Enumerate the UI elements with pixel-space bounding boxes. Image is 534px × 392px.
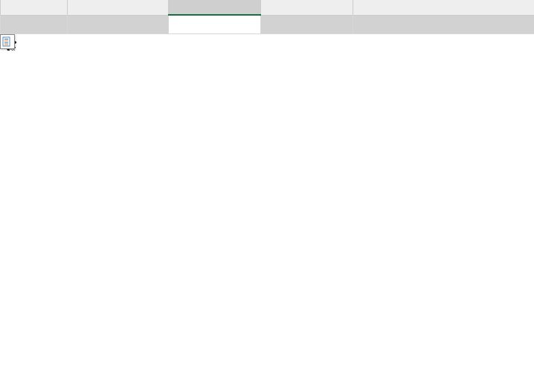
svg-rect-9 [4, 40, 8, 41]
cell[interactable] [68, 15, 169, 33]
cell[interactable] [261, 15, 353, 33]
svg-rect-8 [4, 39, 8, 39]
cell[interactable] [1, 15, 68, 33]
col-header-D[interactable] [1, 0, 68, 15]
col-header-G[interactable] [261, 0, 353, 15]
col-header-F[interactable] [169, 0, 261, 15]
paste-options-icon[interactable] [0, 34, 15, 49]
cell-active[interactable] [169, 15, 261, 33]
data-header-row[interactable] [1, 15, 535, 33]
cell[interactable] [353, 15, 535, 33]
svg-rect-10 [4, 42, 8, 43]
spreadsheet-grid[interactable] [0, 0, 534, 34]
grid-table[interactable] [0, 0, 534, 34]
col-header-E[interactable] [68, 0, 169, 15]
column-header-row[interactable] [1, 0, 535, 15]
col-header-H[interactable] [353, 0, 535, 15]
svg-rect-11 [4, 44, 8, 45]
